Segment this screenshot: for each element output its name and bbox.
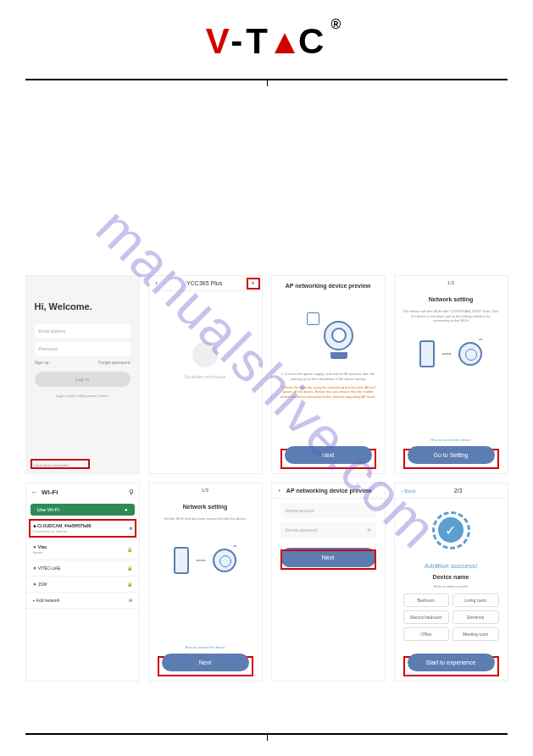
phone-icon [419,340,435,367]
room-entrance[interactable]: Entrance [452,610,499,624]
how-link[interactable]: How to connect the device [153,645,258,649]
success-check: ✓ [432,511,470,549]
lock-icon: 🔒 [127,547,132,552]
network-title: Network setting [149,497,262,516]
header: V-T C ® [0,0,533,74]
vtac-logo: V-T C ® [206,21,328,62]
logo-c: C [298,21,327,61]
use-wifi-toggle[interactable]: Use Wi-Fi ● [31,504,135,516]
highlight-next [280,549,376,570]
local-link[interactable]: Local direct connection [35,463,69,467]
logo-a [271,21,298,62]
wifi-icon: ▼ [33,582,37,587]
screenshot-wifi-list: ← Wi-Fi ⚲ Use Wi-Fi ● ◆ CLOUDCAM_44ef3ff… [25,483,140,682]
step-text: 1. Connect the power supply, and wait fo… [272,372,385,381]
forgot-link[interactable]: Forget password [98,360,130,365]
device-name-label: Device name [399,574,503,580]
room-meeting[interactable]: Meeting room [452,627,499,641]
dots-icon: •••• [441,350,451,357]
top-divider [25,79,508,80]
highlight-plus [247,278,260,290]
screenshot-success: ‹ Back 2/3 ✓ Addition success! Device na… [394,483,508,682]
phone-icon [174,547,189,574]
screenshot-ap-credentials: ‹ AP networking device preview Device ac… [271,483,386,682]
warning-text: * Check the video by using the networkin… [272,381,385,403]
wifi-icon: ▼ [33,566,37,571]
room-office[interactable]: Office [403,627,450,641]
screenshot-login: Hi, Welcome. Email address Password Sign… [25,275,140,474]
dots-icon: •••• [196,556,205,564]
success-text: Addition success! [399,562,503,570]
camera-icon: ⌃ [213,549,236,572]
app-title: YCC365 Plus [186,280,222,286]
room-grid: Bedroom Living room Second bedroom Entra… [395,589,508,645]
eye-icon[interactable]: 👁 [367,527,371,533]
lock-icon: 🔒 [127,582,132,587]
back-icon[interactable]: ‹ [156,280,158,286]
screenshot-network-1: 1/3 Network setting The device will star… [394,275,508,474]
search-icon[interactable]: ⚲ [129,488,134,496]
logo-dash: - [230,21,246,61]
screenshot-grid: Hi, Welcome. Email address Password Sign… [0,275,533,682]
lock-icon: 🔒 [127,566,132,571]
step-indicator: 1/3 [395,276,508,290]
email-field[interactable]: Email address [35,324,130,338]
empty-text: No device information [149,374,262,379]
device-password-field[interactable]: Device password 👁 [280,522,376,538]
logo-registered: ® [331,17,345,32]
mobile-login-link[interactable]: Login in with mobile phone number [31,394,135,398]
network-title: Network setting [395,290,508,309]
device-account-field[interactable]: Device account [280,503,376,518]
wifi-title: Wi-Fi [42,488,58,496]
highlight-cloudcam [29,519,136,538]
empty-icon [192,342,218,367]
network-desc: Set the Wi-Fi that has been connected wi… [149,516,262,521]
signup-link[interactable]: Sign up [35,360,49,365]
room-living[interactable]: Living room [452,593,499,607]
next-button[interactable]: Next [285,446,372,464]
start-button[interactable]: Start to experience [408,654,495,671]
goto-setting-button[interactable]: Go to Setting [408,446,495,464]
password-field[interactable]: Password [35,342,130,356]
ap-title: AP networking device preview [272,276,385,295]
screenshot-device-list: ‹ YCC365 Plus + No device information [148,275,263,474]
wifi-vtac[interactable]: ▼ VtacSaved 🔒 [26,539,139,560]
logo-t: T [246,21,271,61]
room-bedroom[interactable]: Bedroom [403,593,450,607]
next-button[interactable]: Next [162,654,249,671]
plug-icon [307,312,319,325]
scan-icon[interactable]: ⊞ [129,598,132,603]
back-icon[interactable]: ‹ [279,488,280,494]
step-indicator: 1/3 [149,483,262,497]
step-indicator: 2/3 [454,488,463,494]
svg-marker-0 [275,33,295,53]
phone-camera-illustration: •••• ⌃ [395,340,508,367]
phone-camera-illustration: •••• ⌃ [149,547,262,574]
ap-title: AP networking device preview [286,488,372,494]
network-desc: The device will start Wi-Fi with "CLOUDC… [395,309,508,323]
how-link[interactable]: How to connect the device [399,438,503,442]
room-second-bedroom[interactable]: Second bedroom [403,610,450,624]
login-button[interactable]: Log in [35,372,130,387]
bottom-divider [25,733,508,735]
welcome-title: Hi, Welcome. [35,301,139,312]
camera-illustration [294,308,362,359]
wifi-jsw[interactable]: ▼ JSW 🔒 [26,577,139,593]
wifi-vitec[interactable]: ▼ VITEC-UAE 🔒 [26,560,139,577]
screenshot-ap-preview: AP networking device preview 1. Connect … [271,275,386,474]
camera-icon: ⌃ [458,342,482,366]
check-icon: ✓ [438,517,464,543]
back-arrow-icon[interactable]: ← [31,488,38,496]
logo-v: V [206,21,231,61]
plus-icon: + [33,598,36,603]
wifi-add[interactable]: + Add network ⊞ [26,593,139,609]
back-link[interactable]: ‹ Back [402,488,416,494]
screenshot-network-2: 1/3 Network setting Set the Wi-Fi that h… [148,483,263,682]
